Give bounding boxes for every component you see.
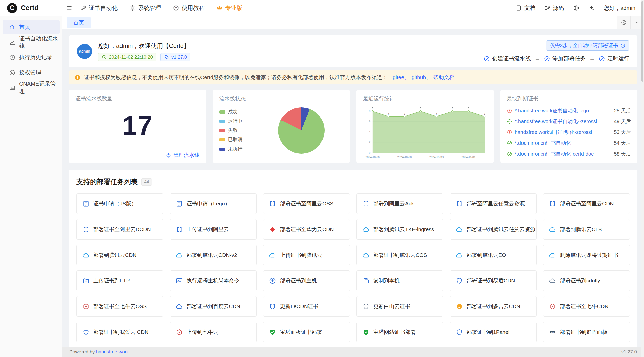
- card-title: 最快到期证书: [507, 95, 631, 102]
- expiry-cert-link[interactable]: *.docmirror.cn证书自动化-certd-doc: [515, 151, 611, 157]
- nav-item-0[interactable]: 证书自动化: [80, 4, 118, 12]
- time-badge: 2024-11-02 22:10:20: [98, 53, 156, 61]
- tag-icon: [164, 55, 169, 60]
- deploy-task-card[interactable]: 部署至阿里云任意云资源: [450, 193, 537, 214]
- svg-text:2024-11-01: 2024-11-01: [462, 156, 476, 159]
- deploy-task-card[interactable]: 上传证书到腾讯云: [263, 245, 350, 265]
- alert-link[interactable]: gitee、: [393, 74, 410, 80]
- expiry-cert-link[interactable]: handsfree.work证书自动化-zerossl: [515, 129, 611, 136]
- deploy-tasks-card: 支持的部署任务列表 44 证书申请（JS版）证书申请（Lego）部署证书至阿里云…: [69, 170, 637, 357]
- deploy-task-card[interactable]: 部署证书到腾讯云COS: [356, 245, 443, 265]
- tab-strip: 首页: [62, 16, 644, 29]
- cloud-icon: [176, 303, 183, 310]
- promo-pill[interactable]: 仅需3步，全自动申请部署证书: [546, 40, 629, 51]
- expiry-cert-link[interactable]: *.handsfree.work证书自动化--zerossl: [515, 118, 611, 125]
- deploy-task-card[interactable]: 执行远程主机脚本命令: [170, 270, 257, 291]
- shield-icon: [362, 303, 370, 310]
- deploy-task-card[interactable]: 部署到腾讯云CDN-v2: [170, 245, 257, 265]
- footer-link[interactable]: handsfree.work: [96, 349, 129, 354]
- deploy-task-card[interactable]: 证书申请（Lego）: [170, 193, 257, 214]
- deploy-task-card[interactable]: 宝塔网站证书部署: [356, 322, 443, 342]
- main-area: 首页 admin 您好，admin，欢迎使用【Certd】 2024-11-02…: [62, 16, 644, 357]
- scrollbar-thumb[interactable]: [641, 1, 643, 82]
- tencent-icon: [269, 252, 276, 259]
- onepanel-icon: [456, 329, 463, 336]
- expiry-row: handsfree.work证书自动化-zerossl53 天后: [507, 129, 631, 136]
- source-button[interactable]: 源码: [544, 4, 564, 12]
- deploy-task-card[interactable]: 部署证书到易盾CDN: [450, 270, 537, 291]
- deploy-task-card[interactable]: 部署证书至七牛CDN: [543, 296, 630, 317]
- deploy-task-card[interactable]: 部署到腾讯云CLB: [543, 219, 630, 240]
- deploy-task-card[interactable]: 部署到腾讯云CDN: [76, 245, 163, 265]
- recent-runs-card: 最近运行统计 02468877878872024-10-262024-10-28…: [356, 90, 494, 163]
- expiring-certs-list: *.handsfree.work证书自动化-lego25 天后*.handsfr…: [507, 107, 631, 157]
- check-icon: [484, 56, 490, 62]
- cert-icon: [176, 200, 183, 207]
- expiry-row: *.handsfree.work证书自动化--zerossl49 天后: [507, 118, 631, 125]
- theme-button[interactable]: [588, 5, 595, 11]
- docs-button[interactable]: 文档: [516, 4, 535, 12]
- deploy-task-grid: 证书申请（JS版）证书申请（Lego）部署证书至阿里云OSS部署到阿里云Ack部…: [76, 193, 630, 357]
- deploy-task-card[interactable]: 上传证书到阿里云: [170, 219, 257, 240]
- deploy-task-card[interactable]: 宝塔面板证书部署: [263, 322, 350, 342]
- manage-pipelines-link[interactable]: 管理流水线: [166, 152, 200, 159]
- deploy-task-card[interactable]: 部署证书至阿里云DCDN: [76, 219, 163, 240]
- deploy-task-card[interactable]: 证书申请（JS版）: [76, 193, 163, 214]
- sidebar-collapse-button[interactable]: [66, 5, 72, 11]
- deploy-task-card[interactable]: 部署到腾讯云TKE-ingress: [356, 219, 443, 240]
- deploy-task-card[interactable]: 更新LeCDN证书: [263, 296, 350, 317]
- doge-icon: [456, 303, 463, 310]
- svg-text:7: 7: [436, 112, 437, 115]
- deploy-task-card[interactable]: 部署证书至七牛云OSS: [76, 296, 163, 317]
- nav-item-2[interactable]: 使用教程: [173, 4, 205, 12]
- close-tabs-button[interactable]: [617, 16, 630, 29]
- deploy-task-card[interactable]: 部署证书至阿里云OSS: [263, 193, 350, 214]
- cert-icon: [82, 200, 90, 207]
- sidebar-item-3[interactable]: 授权管理: [3, 65, 60, 80]
- nav-item-3[interactable]: 专业版: [216, 4, 243, 12]
- deploy-task-card[interactable]: 部署证书到主机: [263, 270, 350, 291]
- legend-item: 运行中: [219, 118, 260, 124]
- close-circle-icon: [621, 20, 627, 25]
- deploy-task-card[interactable]: 上传到七牛云: [170, 322, 257, 342]
- setup-step: 定时运行: [599, 55, 629, 62]
- deploy-task-card[interactable]: 部署证书到百度云CDN: [170, 296, 257, 317]
- deploy-task-card[interactable]: 删除腾讯云即将过期证书: [543, 245, 630, 265]
- host-icon: [269, 277, 276, 284]
- certd-logo: C: [7, 3, 17, 13]
- alert-link[interactable]: 帮助文档: [433, 74, 454, 80]
- deploy-task-card[interactable]: 部署到阿里云Ack: [356, 193, 443, 214]
- tab-home[interactable]: 首页: [67, 17, 91, 28]
- deploy-task-card[interactable]: 部署证书到多吉云CDN: [450, 296, 537, 317]
- deploy-task-card[interactable]: 部署证书到群晖面板: [543, 322, 630, 342]
- user-menu[interactable]: 您好，admin: [604, 4, 635, 12]
- sidebar-item-0[interactable]: 首页: [3, 20, 60, 34]
- legend-item: 已取消: [219, 136, 260, 143]
- deploy-task-card[interactable]: 部署证书到1Panel: [450, 322, 537, 342]
- tencent-icon: [456, 252, 463, 259]
- expiry-cert-link[interactable]: *.docmirror.cn证书自动化: [515, 140, 611, 147]
- deploy-task-card[interactable]: 复制到本机: [356, 270, 443, 291]
- copy-icon: [362, 277, 370, 284]
- alert-link[interactable]: github、: [412, 74, 431, 80]
- language-button[interactable]: [573, 5, 579, 11]
- sidebar-item-2[interactable]: 执行历史记录: [3, 50, 60, 64]
- gear-icon: [129, 5, 136, 11]
- warning-icon: [74, 74, 81, 81]
- deploy-task-card[interactable]: 部署证书至阿里云CDN: [543, 193, 630, 214]
- sidebar-item-1[interactable]: 证书自动化流水线: [3, 35, 60, 49]
- svg-text:8: 8: [420, 107, 421, 110]
- deploy-task-card[interactable]: 部署到腾讯云EO: [450, 245, 537, 265]
- svg-text:2024-10-30: 2024-10-30: [429, 156, 444, 159]
- aliyun-icon: [456, 200, 463, 207]
- deploy-task-card[interactable]: 部署证书至华为云CDN: [263, 219, 350, 240]
- expiry-cert-link[interactable]: *.handsfree.work证书自动化-lego: [515, 107, 611, 114]
- deploy-task-card[interactable]: 部署证书到cdnfly: [543, 270, 630, 291]
- nav-item-1[interactable]: 系统管理: [129, 4, 161, 12]
- scrollbar[interactable]: [641, 0, 644, 357]
- deploy-task-card[interactable]: 部署证书到腾讯云任意云资源: [450, 219, 537, 240]
- deploy-task-card[interactable]: 更新白山云证书: [356, 296, 443, 317]
- sidebar-item-4[interactable]: CNAME记录管理: [3, 81, 60, 95]
- deploy-task-card[interactable]: 部署证书到我爱云 CDN: [76, 322, 163, 342]
- deploy-task-card[interactable]: 上传证书到FTP: [76, 270, 163, 291]
